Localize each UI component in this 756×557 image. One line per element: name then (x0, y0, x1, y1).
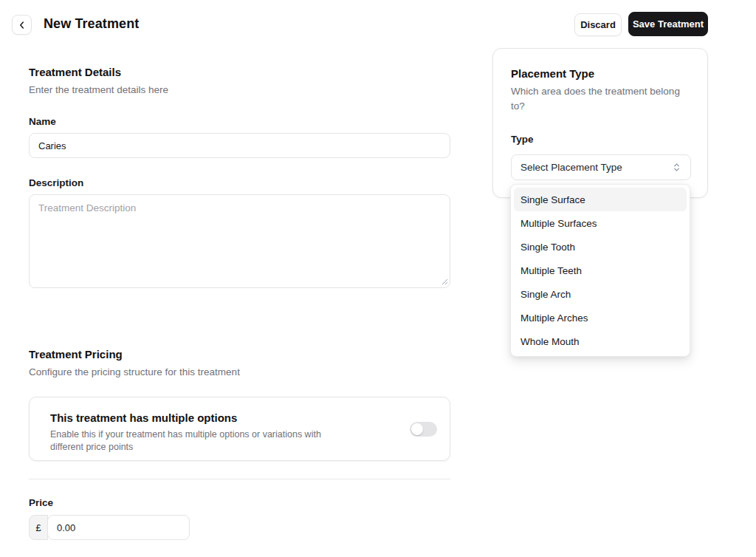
option-single-arch[interactable]: Single Arch (514, 282, 687, 306)
currency-prefix: £ (29, 515, 48, 540)
description-textarea[interactable] (29, 194, 450, 288)
treatment-pricing-subheading: Configure the pricing structure for this… (29, 366, 240, 377)
price-input-group: £ (29, 515, 190, 540)
placement-type-subheading: Which area does the treatment belong to? (511, 84, 690, 114)
placement-type-listbox: Single Surface Multiple Surfaces Single … (510, 184, 690, 357)
name-input[interactable] (29, 133, 450, 158)
option-multiple-surfaces[interactable]: Multiple Surfaces (514, 211, 687, 235)
price-input[interactable] (47, 515, 190, 540)
multiple-options-description: Enable this if your treatment has multip… (50, 428, 325, 453)
name-label: Name (29, 116, 56, 127)
select-value: Select Placement Type (520, 162, 622, 173)
placement-type-card: Placement Type Which area does the treat… (492, 48, 708, 198)
type-label: Type (511, 134, 534, 145)
multiple-options-title: This treatment has multiple options (50, 411, 237, 424)
discard-button[interactable]: Discard (574, 13, 622, 36)
back-button[interactable] (12, 15, 32, 35)
description-field-wrap (29, 194, 450, 288)
placement-type-heading: Placement Type (511, 67, 594, 80)
new-treatment-page: New Treatment Discard Save Treatment Tre… (0, 0, 756, 557)
option-multiple-arches[interactable]: Multiple Arches (514, 306, 687, 329)
price-label: Price (29, 497, 53, 508)
description-label: Description (29, 177, 83, 188)
multiple-options-toggle[interactable] (410, 422, 437, 437)
treatment-pricing-heading: Treatment Pricing (29, 348, 123, 360)
treatment-details-heading: Treatment Details (29, 66, 121, 78)
option-whole-mouth[interactable]: Whole Mouth (514, 329, 687, 353)
option-multiple-teeth[interactable]: Multiple Teeth (514, 259, 687, 282)
page-title: New Treatment (44, 16, 139, 32)
option-single-tooth[interactable]: Single Tooth (514, 235, 687, 259)
chevron-left-icon (17, 20, 27, 30)
save-treatment-button[interactable]: Save Treatment (628, 12, 708, 36)
treatment-details-subheading: Enter the treatment details here (29, 84, 168, 95)
option-single-surface[interactable]: Single Surface (514, 188, 687, 211)
multiple-options-card: This treatment has multiple options Enab… (29, 397, 450, 461)
toggle-knob (411, 423, 423, 435)
section-divider (29, 479, 450, 479)
chevrons-up-down-icon (672, 162, 681, 173)
placement-type-select[interactable]: Select Placement Type (511, 154, 691, 180)
